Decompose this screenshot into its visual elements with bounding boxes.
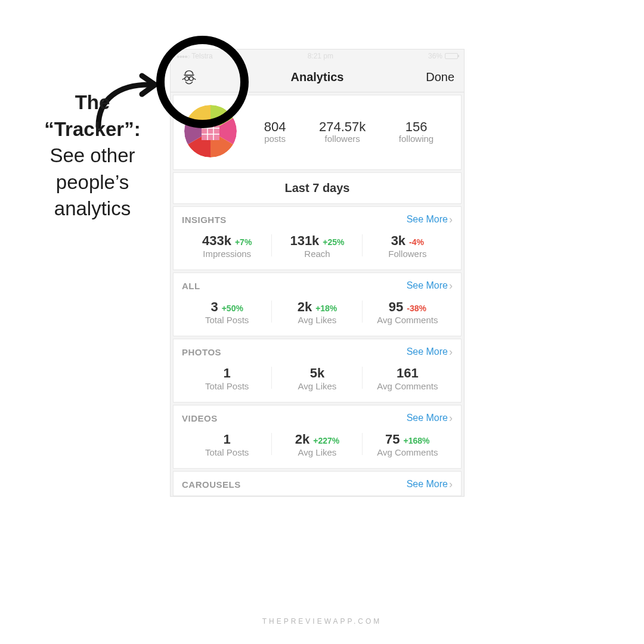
- battery-percent: 36%: [428, 52, 442, 60]
- carrier-label: ●●●●○ Telstra: [177, 52, 213, 60]
- metric-avg-comments[interactable]: 75+168% Avg Comments: [363, 429, 453, 459]
- profile-card: 804 posts 274.57k followers 156 followin…: [173, 95, 462, 170]
- see-more-button[interactable]: See More›: [407, 214, 453, 225]
- annotation-line: “Tracker”:: [24, 116, 161, 143]
- chevron-right-icon: ›: [449, 413, 453, 423]
- section-title: PHOTOS: [182, 347, 221, 357]
- footer-credit: THEPREVIEWAPP.COM: [0, 617, 644, 626]
- chevron-right-icon: ›: [449, 346, 453, 357]
- stat-label: followers: [319, 134, 366, 144]
- metric-label: Reach: [274, 249, 360, 259]
- section-photos: PHOTOS See More› 1 Total Posts 5k Avg Li…: [173, 339, 462, 402]
- stat-label: posts: [264, 134, 286, 144]
- metric-label: Total Posts: [184, 447, 270, 457]
- annotation-line: analytics: [24, 196, 161, 222]
- metric-avg-likes[interactable]: 2k+227% Avg Likes: [272, 429, 362, 459]
- see-more-button[interactable]: See More›: [407, 479, 453, 490]
- svg-rect-3: [202, 122, 219, 140]
- metric-label: Avg Likes: [274, 447, 360, 457]
- metric-followers[interactable]: 3k-4% Followers: [363, 231, 453, 260]
- annotation-line: See other: [24, 143, 161, 169]
- metric-avg-comments[interactable]: 95-38% Avg Comments: [363, 297, 453, 326]
- section-title: ALL: [182, 281, 200, 291]
- metric-label: Avg Likes: [274, 315, 360, 325]
- section-title: INSIGHTS: [182, 215, 227, 225]
- section-carousels: CAROUSELS See More›: [173, 471, 462, 496]
- stat-posts[interactable]: 804 posts: [264, 119, 286, 144]
- see-more-button[interactable]: See More›: [407, 413, 453, 423]
- status-bar: ●●●●○ Telstra 8:21 pm 36%: [171, 49, 464, 63]
- svg-point-1: [189, 76, 193, 80]
- page-title: Analytics: [216, 70, 419, 84]
- battery-icon: [445, 53, 458, 59]
- metric-label: Followers: [365, 249, 450, 259]
- annotation-text: The “Tracker”: See other people’s analyt…: [24, 89, 161, 222]
- section-insights: INSIGHTS See More› 433k+7% Impressions 1…: [173, 206, 462, 270]
- metric-total-posts[interactable]: 1 Total Posts: [182, 363, 272, 392]
- phone-frame: ●●●●○ Telstra 8:21 pm 36%: [170, 49, 465, 497]
- nav-bar: Analytics Done: [171, 63, 464, 92]
- chevron-right-icon: ›: [449, 214, 453, 225]
- done-button[interactable]: Done: [419, 70, 454, 84]
- metric-total-posts[interactable]: 1 Total Posts: [182, 429, 272, 459]
- metric-impressions[interactable]: 433k+7% Impressions: [182, 231, 272, 260]
- metric-label: Avg Comments: [365, 315, 450, 325]
- stat-followers[interactable]: 274.57k followers: [319, 119, 366, 144]
- metric-avg-likes[interactable]: 5k Avg Likes: [272, 363, 362, 392]
- metric-label: Avg Comments: [365, 381, 450, 391]
- annotation-line: people’s: [24, 169, 161, 196]
- metric-reach[interactable]: 131k+25% Reach: [272, 231, 362, 260]
- metric-label: Avg Comments: [365, 447, 450, 457]
- tracker-icon[interactable]: [180, 67, 198, 88]
- metric-label: Total Posts: [184, 381, 270, 391]
- annotation-line: The: [24, 89, 161, 116]
- stat-value: 156: [399, 119, 434, 135]
- chevron-right-icon: ›: [449, 280, 453, 291]
- stat-following[interactable]: 156 following: [399, 119, 434, 144]
- metric-label: Total Posts: [184, 315, 270, 325]
- section-videos: VIDEOS See More› 1 Total Posts 2k+227% A…: [173, 405, 462, 469]
- chevron-right-icon: ›: [449, 479, 453, 490]
- see-more-button[interactable]: See More›: [407, 280, 453, 291]
- metric-avg-likes[interactable]: 2k+18% Avg Likes: [272, 297, 362, 326]
- stat-value: 274.57k: [319, 119, 366, 135]
- date-range-selector[interactable]: Last 7 days: [173, 172, 462, 204]
- metric-avg-comments[interactable]: 161 Avg Comments: [363, 363, 453, 392]
- metric-label: Avg Likes: [274, 381, 360, 391]
- svg-point-0: [185, 76, 189, 80]
- avatar[interactable]: [184, 105, 237, 157]
- metric-label: Impressions: [184, 249, 270, 259]
- section-title: VIDEOS: [182, 413, 218, 423]
- stat-label: following: [399, 134, 434, 144]
- metric-total-posts[interactable]: 3+50% Total Posts: [182, 297, 272, 326]
- section-title: CAROUSELS: [182, 479, 241, 490]
- see-more-button[interactable]: See More›: [407, 346, 453, 357]
- section-all: ALL See More› 3+50% Total Posts 2k+18% A…: [173, 273, 462, 336]
- stat-value: 804: [264, 119, 286, 135]
- clock-label: 8:21 pm: [308, 52, 333, 60]
